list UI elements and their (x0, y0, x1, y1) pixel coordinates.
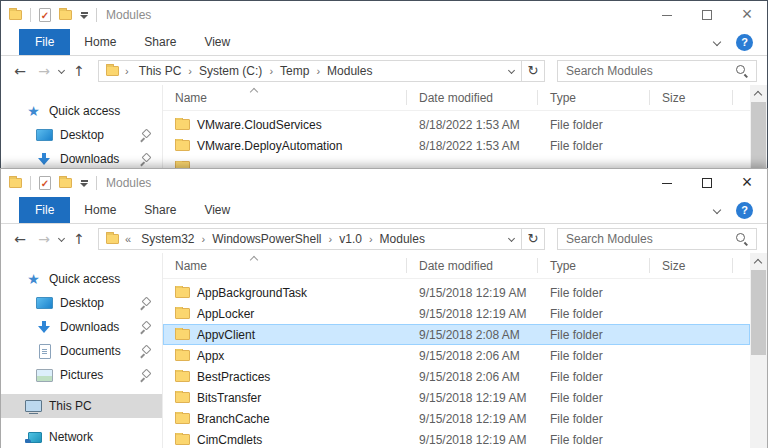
file-row[interactable]: BranchCache 9/15/2018 12:19 AM File fold… (163, 408, 750, 429)
properties-check-icon[interactable]: ✓ (39, 8, 51, 22)
up-button[interactable]: ↑ (70, 63, 88, 79)
sidebar-item[interactable]: Downloads (1, 315, 162, 339)
breadcrumb-segment-label[interactable]: WindowsPowerShell (208, 232, 325, 246)
recent-locations-icon[interactable] (58, 67, 65, 74)
tab-share[interactable]: Share (130, 29, 190, 55)
column-header-name[interactable]: Name (163, 253, 407, 278)
breadcrumb-segment-label[interactable]: v1.0 (335, 232, 366, 246)
sidebar-item[interactable]: Downloads (1, 147, 162, 170)
new-folder-icon[interactable] (59, 10, 72, 20)
tab-share[interactable]: Share (130, 197, 190, 223)
refresh-button[interactable]: ↻ (522, 228, 545, 250)
sidebar-item[interactable]: Desktop (1, 123, 162, 147)
tab-home[interactable]: Home (70, 29, 130, 55)
breadcrumb-segment[interactable]: System (C:) › (195, 64, 276, 78)
file-name-cell: BestPractices (163, 370, 407, 384)
file-row[interactable]: VMware.CloudServices 8/18/2022 1:53 AM F… (163, 114, 750, 135)
breadcrumb-segment-label[interactable]: Temp (276, 64, 313, 78)
sidebar-item[interactable]: Quick access (1, 267, 162, 291)
file-row[interactable]: AppLocker 9/15/2018 12:19 AM File folder (163, 303, 750, 324)
tab-file[interactable]: File (19, 197, 70, 223)
file-row[interactable]: BitsTransfer 9/15/2018 12:19 AM File fol… (163, 387, 750, 408)
vertical-scrollbar[interactable] (750, 85, 767, 170)
file-name-cell: Appx (163, 349, 407, 363)
close-button[interactable]: × (727, 169, 767, 197)
column-header-date-modified[interactable]: Date modified (407, 85, 538, 110)
tab-file[interactable]: File (19, 29, 70, 55)
qat-dropdown-icon[interactable] (80, 180, 88, 187)
ribbon-expand-icon[interactable] (713, 38, 721, 46)
file-row[interactable]: AppBackgroundTask 9/15/2018 12:19 AM Fil… (163, 282, 750, 303)
properties-check-icon[interactable]: ✓ (39, 176, 51, 190)
file-row[interactable]: CimCmdlets 9/15/2018 12:19 AM File folde… (163, 429, 750, 448)
sidebar-item[interactable]: Pictures (1, 363, 162, 387)
file-row[interactable]: VMware.DeployAutomation 8/18/2022 1:53 A… (163, 135, 750, 156)
column-header-type[interactable]: Type (538, 85, 650, 110)
scroll-up-icon[interactable] (754, 91, 762, 99)
forward-button[interactable]: → (35, 231, 53, 247)
help-button[interactable]: ? (736, 34, 753, 51)
back-button[interactable]: ← (11, 231, 29, 247)
column-header-size[interactable]: Size (650, 85, 733, 110)
new-folder-icon[interactable] (59, 178, 72, 188)
breadcrumb-segment-label[interactable]: This PC (135, 64, 186, 78)
refresh-button[interactable]: ↻ (522, 60, 545, 82)
tab-home[interactable]: Home (70, 197, 130, 223)
search-icon[interactable] (735, 232, 748, 245)
back-button[interactable]: ← (11, 63, 29, 79)
file-row[interactable]: BestPractices 9/15/2018 2:06 AM File fol… (163, 366, 750, 387)
breadcrumb-segment[interactable]: Modules › (376, 232, 429, 246)
scrollbar-thumb[interactable] (751, 270, 766, 355)
scroll-up-icon[interactable] (754, 259, 762, 267)
sidebar-item-icon (25, 399, 42, 413)
vertical-scrollbar[interactable] (750, 253, 767, 448)
search-icon[interactable] (735, 64, 748, 77)
breadcrumb-separator-icon: › (266, 65, 276, 77)
column-header-type[interactable]: Type (538, 253, 650, 278)
ribbon-expand-icon[interactable] (713, 206, 721, 214)
sidebar-item-label: Downloads (60, 152, 119, 166)
sidebar-item-icon (36, 296, 53, 310)
breadcrumb-segment[interactable]: WindowsPowerShell › (208, 232, 335, 246)
toolbar-separator (30, 176, 31, 190)
address-field[interactable]: « System32 › WindowsPowerShell › v1.0 › … (98, 228, 522, 250)
column-header-date-modified[interactable]: Date modified (407, 253, 538, 278)
scrollbar-thumb[interactable] (751, 102, 766, 170)
sidebar-item[interactable]: Quick access (1, 99, 162, 123)
column-header-name[interactable]: Name (163, 85, 407, 110)
close-button[interactable]: × (727, 1, 767, 29)
tab-view[interactable]: View (190, 29, 244, 55)
breadcrumb-segment[interactable]: v1.0 › (335, 232, 375, 246)
sidebar-item[interactable]: Documents (1, 339, 162, 363)
help-button[interactable]: ? (736, 202, 753, 219)
up-button[interactable]: ↑ (70, 231, 88, 247)
qat-dropdown-icon[interactable] (80, 12, 88, 19)
breadcrumb-segment[interactable]: Temp › (276, 64, 323, 78)
minimize-button[interactable] (647, 169, 687, 197)
column-header-size[interactable]: Size (650, 253, 733, 278)
breadcrumb-segment[interactable]: This PC › (135, 64, 195, 78)
breadcrumb-segment-label[interactable]: Modules (376, 232, 429, 246)
sidebar-item[interactable]: Network (1, 425, 162, 448)
tab-view[interactable]: View (190, 197, 244, 223)
recent-locations-icon[interactable] (58, 235, 65, 242)
sidebar-item[interactable]: This PC (1, 394, 162, 418)
breadcrumb-segment-label[interactable]: System (C:) (195, 64, 266, 78)
minimize-button[interactable] (647, 1, 687, 29)
breadcrumb-segment[interactable]: System32 › (137, 232, 208, 246)
address-dropdown-icon[interactable] (508, 67, 515, 74)
address-dropdown-icon[interactable] (508, 235, 515, 242)
file-row[interactable]: AppvClient 9/15/2018 2:08 AM File folder (163, 324, 750, 345)
file-row[interactable]: Appx 9/15/2018 2:06 AM File folder (163, 345, 750, 366)
search-input[interactable]: Search Modules (557, 60, 757, 82)
sidebar-item[interactable]: Desktop (1, 291, 162, 315)
address-field[interactable]: › This PC › System (C:) › Temp › Modules… (98, 60, 522, 82)
search-input[interactable]: Search Modules (557, 228, 757, 250)
breadcrumb-segment-label[interactable]: Modules (323, 64, 376, 78)
breadcrumb-segment-label[interactable]: System32 (137, 232, 198, 246)
forward-button[interactable]: → (35, 63, 53, 79)
maximize-button[interactable] (687, 169, 727, 197)
sidebar-item-label: Desktop (60, 296, 104, 310)
maximize-button[interactable] (687, 1, 727, 29)
breadcrumb-segment[interactable]: Modules › (323, 64, 376, 78)
